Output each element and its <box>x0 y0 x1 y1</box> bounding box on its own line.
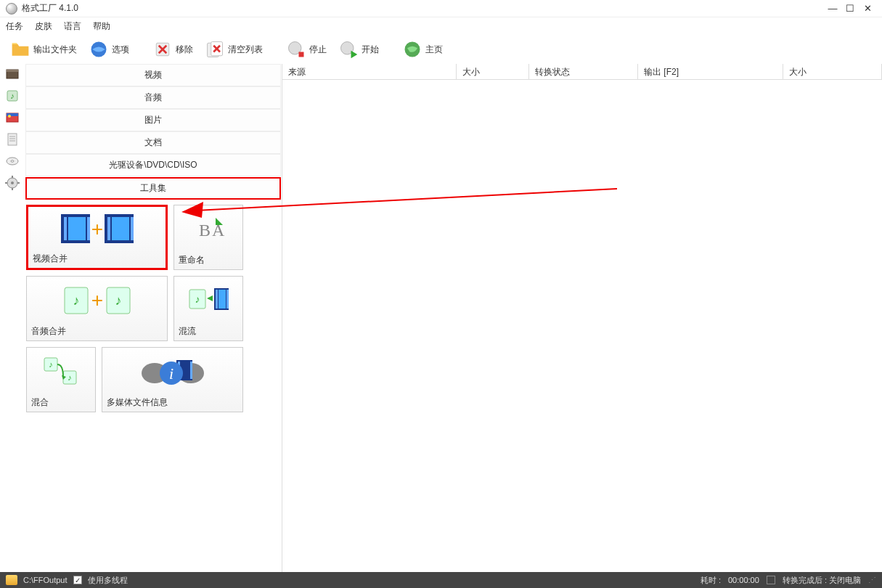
tool-mux[interactable]: ♪ 混流 <box>173 276 243 341</box>
tool-video-merge[interactable]: + 视频合并 <box>26 205 168 270</box>
svg-text:+: + <box>91 289 102 311</box>
status-folder-icon[interactable] <box>6 575 17 585</box>
stop-icon <box>286 39 306 60</box>
stop-button[interactable]: 停止 <box>282 38 331 61</box>
svg-point-27 <box>11 181 14 184</box>
table-header: 来源 大小 转换状态 输出 [F2] 大小 <box>282 64 882 80</box>
audio-merge-icon: ♪ + ♪ <box>57 282 137 318</box>
toolbar: 输出文件夹 选项 移除 清空列表 停止 开始 主页 <box>0 35 882 64</box>
category-optical[interactable]: 光驱设备\DVD\CD\ISO <box>25 154 281 176</box>
tool-audio-merge[interactable]: ♪ + ♪ 音频合并 <box>26 276 168 341</box>
col-size[interactable]: 大小 <box>457 64 529 79</box>
output-folder-label: 输出文件夹 <box>33 44 77 56</box>
category-document[interactable]: 文档 <box>25 131 281 154</box>
svg-text:+: + <box>91 218 102 240</box>
tools-tab-icon[interactable] <box>5 176 20 190</box>
menu-skin[interactable]: 皮肤 <box>35 20 52 33</box>
remove-button[interactable]: 移除 <box>148 38 197 61</box>
minimize-button[interactable]: — <box>824 3 841 14</box>
svg-rect-50 <box>226 290 229 309</box>
tools-grid: + 视频合并 BA 重命名 ♪ <box>25 200 282 418</box>
maximize-button[interactable]: ☐ <box>841 3 859 14</box>
svg-rect-14 <box>7 70 18 72</box>
output-path[interactable]: C:\FFOutput <box>23 576 68 584</box>
svg-text:i: i <box>168 364 173 383</box>
svg-rect-36 <box>112 217 129 240</box>
menu-language[interactable]: 语言 <box>64 20 81 33</box>
svg-rect-51 <box>219 290 226 309</box>
col-size2[interactable]: 大小 <box>783 64 882 79</box>
tool-media-info[interactable]: i 多媒体文件信息 <box>102 347 243 412</box>
title-bar: 格式工厂 4.1.0 — ☐ ✕ <box>0 0 882 17</box>
start-button[interactable]: 开始 <box>334 38 383 61</box>
svg-point-25 <box>11 160 14 163</box>
svg-point-19 <box>8 115 11 118</box>
menu-task[interactable]: 任务 <box>6 20 23 33</box>
elapsed-label: 耗时 : <box>701 575 721 586</box>
tool-mix-label: 混合 <box>27 393 95 412</box>
tool-audio-merge-label: 音频合并 <box>27 322 167 340</box>
remove-label: 移除 <box>176 44 193 56</box>
close-button[interactable]: ✕ <box>859 3 876 14</box>
svg-rect-34 <box>107 217 110 240</box>
col-status[interactable]: 转换状态 <box>529 64 638 79</box>
home-globe-icon <box>402 39 422 60</box>
elapsed-time: 00:00:00 <box>728 576 759 584</box>
category-audio[interactable]: 音频 <box>25 86 281 109</box>
audio-tab-icon[interactable]: ♪ <box>5 89 20 103</box>
category-picture[interactable]: 图片 <box>25 109 281 131</box>
resize-grip[interactable]: ⋰ <box>868 576 876 585</box>
svg-rect-61 <box>190 362 192 379</box>
mux-icon: ♪ <box>187 284 230 316</box>
table-body-empty <box>282 80 882 572</box>
svg-marker-47 <box>207 295 213 301</box>
options-label: 选项 <box>112 44 129 56</box>
task-list-panel: 来源 大小 转换状态 输出 [F2] 大小 <box>282 64 882 572</box>
output-folder-button[interactable]: 输出文件夹 <box>6 38 81 61</box>
picture-tab-icon[interactable] <box>5 110 20 125</box>
svg-rect-9 <box>299 52 304 57</box>
media-info-icon: i <box>136 353 209 389</box>
main-area: ♪ 视频 音频 图片 文档 光驱设备\DVD\CD\ISO 工具集 + <box>0 64 882 572</box>
video-tab-icon[interactable] <box>5 67 20 81</box>
menu-help[interactable]: 帮助 <box>93 20 110 33</box>
status-bar: C:\FFOutput ✓ 使用多线程 耗时 : 00:00:00 转换完成后 … <box>0 572 882 588</box>
disc-tab-icon[interactable] <box>5 154 20 168</box>
clear-label: 清空列表 <box>228 44 263 56</box>
window-title: 格式工厂 4.1.0 <box>22 2 824 15</box>
col-source[interactable]: 来源 <box>282 64 457 79</box>
mix-icon: ♪ ♪ <box>41 355 81 387</box>
svg-rect-29 <box>64 217 67 240</box>
after-convert-label: 转换完成后 : 关闭电脑 <box>783 575 861 586</box>
svg-marker-11 <box>351 51 358 59</box>
tool-mix[interactable]: ♪ ♪ 混合 <box>26 347 96 412</box>
svg-text:♪: ♪ <box>68 373 72 382</box>
tool-media-info-label: 多媒体文件信息 <box>102 393 242 412</box>
shutdown-checkbox[interactable] <box>767 576 775 584</box>
category-toolset[interactable]: 工具集 <box>25 177 281 200</box>
document-tab-icon[interactable] <box>5 132 20 147</box>
rename-icon: BA <box>190 214 226 243</box>
stop-label: 停止 <box>309 44 327 56</box>
video-merge-icon: + <box>57 211 137 247</box>
tool-rename[interactable]: BA 重命名 <box>173 205 243 270</box>
clear-list-button[interactable]: 清空列表 <box>200 38 267 61</box>
svg-text:♪: ♪ <box>73 293 79 308</box>
svg-text:♪: ♪ <box>10 91 15 100</box>
home-button[interactable]: 主页 <box>398 38 447 61</box>
app-icon <box>6 3 17 15</box>
home-label: 主页 <box>425 44 443 56</box>
svg-text:♪: ♪ <box>49 360 53 369</box>
category-panel: 视频 音频 图片 文档 光驱设备\DVD\CD\ISO 工具集 + 视频合并 <box>25 64 282 572</box>
options-button[interactable]: 选项 <box>84 38 134 61</box>
tool-mux-label: 混流 <box>174 322 242 340</box>
svg-rect-49 <box>216 290 218 309</box>
globe-icon <box>89 39 109 60</box>
tool-rename-label: 重命名 <box>174 251 242 269</box>
svg-rect-31 <box>68 217 86 240</box>
category-video[interactable]: 视频 <box>25 64 281 86</box>
multithread-label: 使用多线程 <box>88 575 128 586</box>
col-output[interactable]: 输出 [F2] <box>638 64 783 79</box>
multithread-checkbox[interactable]: ✓ <box>73 576 82 584</box>
tool-video-merge-label: 视频合并 <box>28 250 166 268</box>
